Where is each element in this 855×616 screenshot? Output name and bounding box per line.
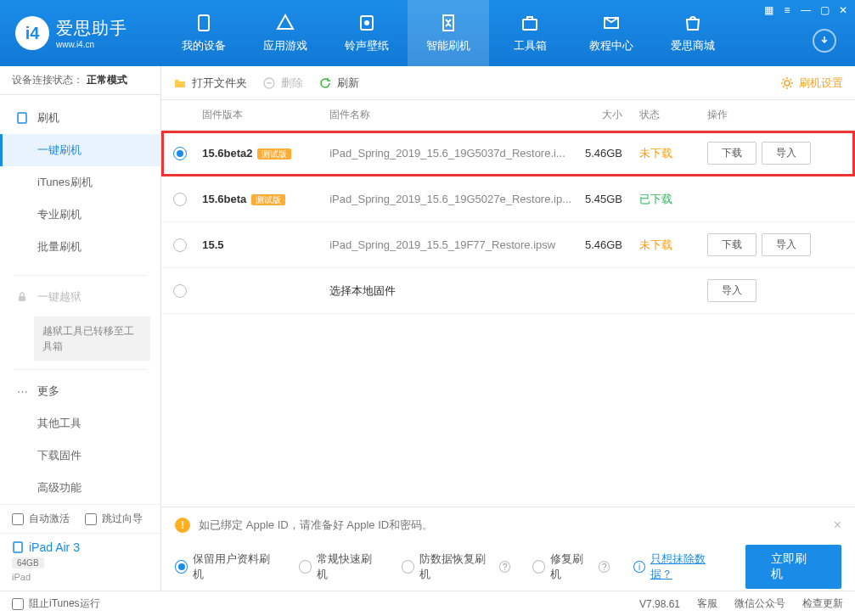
appleid-warning: ! 如已绑定 Apple ID，请准备好 Apple ID和密码。 × — [175, 507, 841, 543]
sidebar-group-flash[interactable]: 刷机 — [0, 102, 160, 134]
download-indicator-icon[interactable] — [813, 29, 836, 53]
option-radio[interactable] — [299, 560, 312, 574]
help-icon[interactable]: ? — [599, 561, 610, 573]
main-content: 打开文件夹 删除 刷新 刷机设置 固件版本 固件名称 大小 状态 操作 — [161, 66, 855, 591]
app-name: 爱思助手 — [56, 17, 127, 40]
skip-guide-checkbox[interactable] — [85, 513, 97, 525]
sidebar-more-item-0[interactable]: 其他工具 — [0, 407, 160, 440]
svg-rect-4 — [18, 113, 26, 123]
store-icon — [683, 13, 703, 33]
open-folder-button[interactable]: 打开文件夹 — [173, 76, 247, 91]
nav-store[interactable]: 爱思商城 — [652, 0, 734, 66]
block-itunes-checkbox[interactable]: 阻止iTunes运行 — [12, 596, 100, 611]
svg-point-8 — [785, 81, 790, 86]
flash-settings-button[interactable]: 刷机设置 — [780, 76, 843, 91]
device-icon — [194, 13, 214, 33]
info-icon[interactable]: i — [633, 561, 644, 573]
grid-icon[interactable]: ▦ — [762, 3, 775, 17]
sidebar-item-1[interactable]: iTunes刷机 — [0, 166, 160, 199]
window-controls: ▦ ≡ — ▢ ✕ — [762, 3, 850, 17]
flash-options: 保留用户资料刷机常规快速刷机防数据恢复刷机?修复刷机?i只想抹除数据？立即刷机 — [175, 543, 841, 591]
row-radio[interactable] — [173, 284, 187, 298]
download-button[interactable]: 下载 — [707, 142, 757, 165]
top-nav: 我的设备应用游戏铃声壁纸智能刷机工具箱教程中心爱思商城 — [163, 0, 734, 66]
download-button[interactable]: 下载 — [707, 233, 757, 256]
row-radio[interactable] — [173, 147, 187, 160]
gear-icon — [780, 76, 794, 90]
tutorial-icon — [601, 13, 622, 33]
sidebar-more-item-2[interactable]: 高级功能 — [0, 472, 160, 504]
delete-button: 删除 — [262, 76, 303, 91]
jailbreak-note: 越狱工具已转移至工具箱 — [34, 316, 150, 361]
toolbar: 打开文件夹 删除 刷新 刷机设置 — [161, 66, 855, 100]
import-button[interactable]: 导入 — [762, 233, 811, 256]
apps-icon — [275, 13, 295, 33]
beta-tag: 测试版 — [257, 148, 291, 160]
menu-icon[interactable]: ≡ — [780, 3, 794, 17]
app-url: www.i4.cn — [56, 40, 127, 49]
option-radio[interactable] — [532, 560, 545, 574]
more-icon: ⋯ — [15, 384, 29, 398]
nav-tools[interactable]: 工具箱 — [489, 0, 571, 66]
import-button[interactable]: 导入 — [707, 279, 757, 302]
footer-link-wechat[interactable]: 微信公众号 — [734, 596, 785, 611]
help-icon[interactable]: ? — [499, 561, 510, 573]
sidebar-item-3[interactable]: 批量刷机 — [0, 231, 160, 263]
footer-link-update[interactable]: 检查更新 — [802, 596, 843, 611]
sidebar-group-more[interactable]: ⋯ 更多 — [0, 375, 160, 407]
minimize-icon[interactable]: — — [799, 3, 813, 17]
ipad-icon — [12, 541, 24, 553]
firmware-row[interactable]: 15.6beta2测试版 iPad_Spring_2019_15.6_19G50… — [161, 131, 855, 176]
nav-tutorial[interactable]: 教程中心 — [571, 0, 652, 66]
storage-badge: 64GB — [12, 557, 44, 568]
nav-device[interactable]: 我的设备 — [163, 0, 245, 66]
erase-data-link[interactable]: 只想抹除数据？ — [650, 552, 723, 582]
sidebar: 设备连接状态：正常模式 刷机 一键刷机iTunes刷机专业刷机批量刷机 一键越狱… — [0, 66, 161, 591]
refresh-button[interactable]: 刷新 — [318, 76, 359, 91]
lock-icon — [15, 290, 29, 304]
auto-activate-checkbox[interactable] — [12, 513, 24, 525]
sidebar-more-item-1[interactable]: 下载固件 — [0, 440, 160, 472]
device-icon — [15, 111, 29, 125]
sidebar-item-0[interactable]: 一键刷机 — [0, 134, 160, 166]
maximize-icon[interactable]: ▢ — [818, 3, 831, 17]
logo-icon: i4 — [15, 16, 49, 50]
import-button[interactable]: 导入 — [762, 142, 811, 165]
bottom-panel: ! 如已绑定 Apple ID，请准备好 Apple ID和密码。 × 保留用户… — [161, 507, 855, 591]
beta-tag: 测试版 — [251, 194, 285, 205]
row-radio[interactable] — [173, 238, 187, 252]
nav-apps[interactable]: 应用游戏 — [245, 0, 326, 66]
firmware-row[interactable]: 15.6beta测试版 iPad_Spring_2019_15.6_19G502… — [161, 176, 855, 222]
row-radio[interactable] — [173, 193, 187, 206]
flash-now-button[interactable]: 立即刷机 — [745, 545, 841, 589]
delete-icon — [262, 76, 276, 90]
sidebar-group-jailbreak[interactable]: 一键越狱 — [0, 281, 160, 313]
svg-rect-5 — [19, 296, 25, 301]
firmware-row[interactable]: 15.5 iPad_Spring_2019_15.5_19F77_Restore… — [161, 222, 855, 268]
option-radio[interactable] — [402, 560, 414, 574]
refresh-icon — [318, 76, 332, 90]
flash-icon — [438, 13, 458, 33]
device-info[interactable]: iPad Air 3 64GB iPad — [0, 533, 160, 591]
svg-rect-0 — [199, 15, 209, 31]
dismiss-alert-button[interactable]: × — [834, 518, 841, 533]
flash-option-0[interactable]: 保留用户资料刷机 — [175, 552, 277, 582]
sidebar-item-2[interactable]: 专业刷机 — [0, 199, 160, 231]
nav-ring[interactable]: 铃声壁纸 — [326, 0, 408, 66]
flash-option-1[interactable]: 常规快速刷机 — [299, 552, 380, 582]
close-icon[interactable]: ✕ — [836, 3, 850, 17]
firmware-row[interactable]: 选择本地固件 导入 — [161, 268, 855, 314]
flash-option-3[interactable]: 修复刷机? — [532, 552, 610, 582]
warning-icon: ! — [175, 518, 190, 533]
auto-options: 自动激活 跳过向导 — [0, 505, 160, 533]
app-header: i4 爱思助手 www.i4.cn 我的设备应用游戏铃声壁纸智能刷机工具箱教程中… — [0, 0, 855, 66]
connection-status: 设备连接状态：正常模式 — [0, 66, 160, 95]
footer-link-support[interactable]: 客服 — [697, 596, 717, 611]
svg-point-2 — [364, 20, 369, 25]
flash-option-2[interactable]: 防数据恢复刷机? — [402, 552, 510, 582]
option-radio[interactable] — [175, 560, 188, 574]
ring-icon — [357, 13, 377, 33]
svg-rect-3 — [523, 20, 537, 30]
svg-rect-6 — [14, 542, 22, 552]
nav-flash[interactable]: 智能刷机 — [408, 0, 489, 66]
